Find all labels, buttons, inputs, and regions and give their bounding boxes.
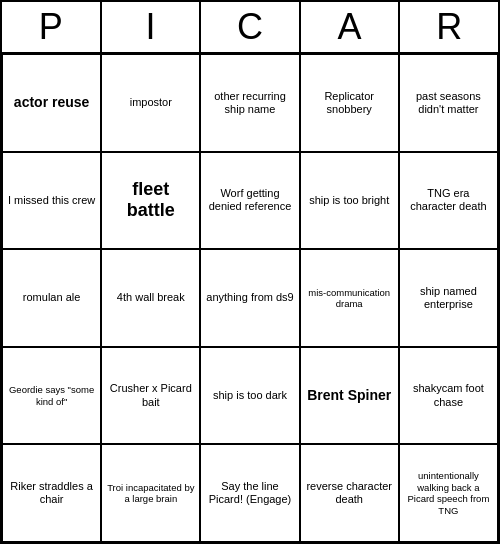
bingo-cell-2[interactable]: other recurring ship name bbox=[200, 54, 299, 152]
bingo-cell-19[interactable]: shakycam foot chase bbox=[399, 347, 498, 445]
bingo-cell-13[interactable]: mis-communication drama bbox=[300, 249, 399, 347]
bingo-grid: actor reuseimpostorother recurring ship … bbox=[0, 52, 500, 544]
bingo-cell-5[interactable]: I missed this crew bbox=[2, 152, 101, 250]
bingo-cell-8[interactable]: ship is too bright bbox=[300, 152, 399, 250]
bingo-cell-21[interactable]: Troi incapacitated by a large brain bbox=[101, 444, 200, 542]
header-letter-C: C bbox=[201, 2, 301, 52]
bingo-cell-7[interactable]: Worf getting denied reference bbox=[200, 152, 299, 250]
bingo-cell-1[interactable]: impostor bbox=[101, 54, 200, 152]
header-letter-R: R bbox=[400, 2, 498, 52]
bingo-cell-17[interactable]: ship is too dark bbox=[200, 347, 299, 445]
bingo-cell-11[interactable]: 4th wall break bbox=[101, 249, 200, 347]
bingo-cell-23[interactable]: reverse character death bbox=[300, 444, 399, 542]
bingo-cell-4[interactable]: past seasons didn't matter bbox=[399, 54, 498, 152]
header-letter-I: I bbox=[102, 2, 202, 52]
header-letter-P: P bbox=[2, 2, 102, 52]
bingo-cell-14[interactable]: ship named enterprise bbox=[399, 249, 498, 347]
bingo-cell-9[interactable]: TNG era character death bbox=[399, 152, 498, 250]
bingo-cell-6[interactable]: fleet battle bbox=[101, 152, 200, 250]
bingo-card: PICAR actor reuseimpostorother recurring… bbox=[0, 0, 500, 544]
bingo-cell-22[interactable]: Say the line Picard! (Engage) bbox=[200, 444, 299, 542]
bingo-cell-12[interactable]: anything from ds9 bbox=[200, 249, 299, 347]
bingo-cell-24[interactable]: unintentionally walking back a Picard sp… bbox=[399, 444, 498, 542]
bingo-cell-3[interactable]: Replicator snobbery bbox=[300, 54, 399, 152]
bingo-cell-15[interactable]: Geordie says "some kind of" bbox=[2, 347, 101, 445]
header-letter-A: A bbox=[301, 2, 401, 52]
bingo-cell-18[interactable]: Brent Spiner bbox=[300, 347, 399, 445]
bingo-cell-16[interactable]: Crusher x Picard bait bbox=[101, 347, 200, 445]
bingo-cell-20[interactable]: Riker straddles a chair bbox=[2, 444, 101, 542]
bingo-cell-10[interactable]: romulan ale bbox=[2, 249, 101, 347]
header-row: PICAR bbox=[0, 0, 500, 52]
bingo-cell-0[interactable]: actor reuse bbox=[2, 54, 101, 152]
